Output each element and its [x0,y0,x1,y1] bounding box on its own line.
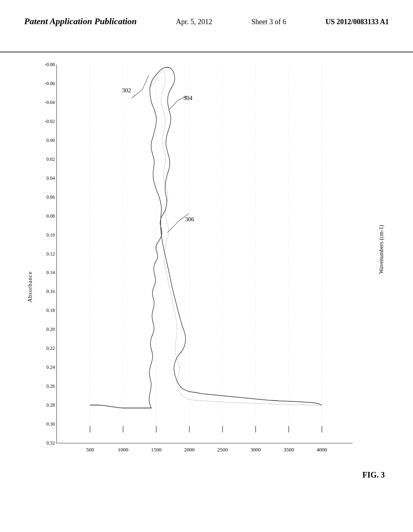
y-tick-008: 0.08 [35,213,55,219]
svg-line-17 [131,90,142,98]
chart-area: 500 1000 1500 2000 2500 3000 3500 4000 0… [56,64,353,443]
chart-container: 500 1000 1500 2000 2500 3000 3500 4000 0… [24,56,389,492]
y-tick-030: 0.30 [35,421,55,427]
annotation-306: 306 [185,216,194,223]
y-tick-010: 0.10 [35,232,55,238]
figure-label: FIG. 3 [362,470,385,480]
x-tick-1500: 1500 [151,447,161,453]
x-tick-2500: 2500 [217,447,228,453]
page-header: Patent Application Publication Apr. 5, 2… [0,16,413,27]
y-tick-n006: -0.06 [35,80,55,86]
svg-line-16 [142,75,149,90]
annotation-302: 302 [122,87,131,94]
y-tick-n008: -0.08 [35,62,55,68]
annotation-304: 304 [184,95,193,102]
y-tick-028: 0.28 [35,402,55,408]
header-divider [0,52,413,52]
x-tick-500: 500 [86,447,94,453]
y-tick-014: 0.14 [35,270,55,276]
y-tick-026: 0.26 [35,383,55,389]
y-tick-006: 0.06 [35,194,55,200]
x-axis-label: Wavenumbers (cm-1) [378,64,385,434]
y-tick-004: 0.04 [35,175,55,181]
y-tick-n002: -0.02 [35,118,55,124]
svg-line-18 [169,100,178,110]
y-axis-label: Absorbance [24,161,36,443]
y-tick-002: 0.02 [35,156,55,162]
y-tick-022: 0.22 [35,345,55,351]
y-tick-016: 0.16 [35,289,55,295]
y-tick-012: 0.12 [35,251,55,257]
x-tick-1000: 1000 [118,447,128,453]
y-tick-032: 0.32 [35,440,55,446]
publication-title: Patent Application Publication [24,16,137,27]
publication-date: Apr. 5, 2012 [176,18,212,26]
y-tick-n004: -0.04 [35,99,55,105]
x-tick-3000: 3000 [250,447,261,453]
patent-number: US 2012/0083133 A1 [325,18,389,26]
x-tick-2000: 2000 [184,447,195,453]
y-tick-018: 0.18 [35,308,55,314]
y-tick-024: 0.24 [35,364,55,370]
spectrum-chart [57,64,353,443]
sheet-info: Sheet 3 of 6 [251,18,286,26]
x-tick-3500: 3500 [284,447,294,453]
x-tick-4000: 4000 [317,447,327,453]
svg-line-20 [167,220,180,233]
y-tick-000: 0.00 [35,137,55,143]
y-tick-020: 0.20 [35,326,55,332]
